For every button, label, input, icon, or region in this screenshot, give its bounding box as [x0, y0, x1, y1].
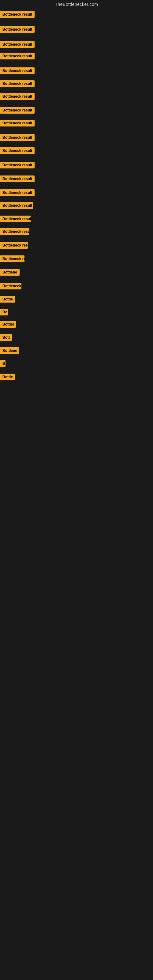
badge-label-17: Bottleneck result — [0, 228, 29, 235]
badge-label-25: Bott — [0, 334, 12, 341]
bottleneck-badge-2[interactable]: Bottleneck result — [0, 26, 35, 34]
bottleneck-badge-10[interactable]: Bottleneck result — [0, 134, 35, 142]
badge-label-15: Bottleneck result — [0, 202, 33, 209]
badge-label-21: Bottleneck — [0, 283, 21, 290]
bottleneck-badge-24[interactable]: Bottler — [0, 321, 16, 329]
badge-label-1: Bottleneck result — [0, 11, 35, 18]
badge-label-8: Bottleneck result — [0, 107, 35, 114]
bottleneck-badge-21[interactable]: Bottleneck — [0, 283, 21, 291]
badge-label-11: Bottleneck result — [0, 147, 35, 154]
badge-label-18: Bottleneck result — [0, 242, 28, 249]
bottleneck-badge-3[interactable]: Bottleneck result — [0, 41, 35, 49]
bottleneck-badge-9[interactable]: Bottleneck result — [0, 120, 35, 128]
badge-label-16: Bottleneck result — [0, 216, 30, 222]
badge-label-14: Bottleneck result — [0, 189, 35, 196]
badge-label-12: Bottleneck result — [0, 162, 35, 169]
badge-label-27: B — [0, 360, 5, 367]
bottleneck-badge-20[interactable]: Bottlene — [0, 269, 19, 277]
bottleneck-badge-26[interactable]: Bottlene — [0, 347, 19, 355]
bottleneck-badge-12[interactable]: Bottleneck result — [0, 162, 35, 170]
bottleneck-badge-19[interactable]: Bottleneck re — [0, 255, 24, 263]
badge-label-22: Bottle — [0, 296, 15, 302]
bottleneck-badge-28[interactable]: Bottle — [0, 374, 15, 382]
bottleneck-badge-15[interactable]: Bottleneck result — [0, 202, 33, 210]
badge-label-10: Bottleneck result — [0, 134, 35, 141]
badge-label-13: Bottleneck result — [0, 175, 35, 182]
bottleneck-badge-11[interactable]: Bottleneck result — [0, 147, 35, 155]
bottleneck-badge-13[interactable]: Bottleneck result — [0, 175, 35, 183]
badge-label-9: Bottleneck result — [0, 120, 35, 126]
bottleneck-badge-14[interactable]: Bottleneck result — [0, 189, 35, 197]
site-title: TheBottlenecker.com — [0, 0, 153, 9]
bottleneck-badge-1[interactable]: Bottleneck result — [0, 11, 35, 19]
bottleneck-badge-16[interactable]: Bottleneck result — [0, 216, 30, 224]
badge-label-23: Bo — [0, 309, 8, 315]
bottleneck-badge-27[interactable]: B — [0, 360, 5, 368]
bottleneck-badge-4[interactable]: Bottleneck result — [0, 52, 35, 60]
badge-label-7: Bottleneck result — [0, 93, 35, 100]
badge-label-4: Bottleneck result — [0, 52, 35, 59]
bottleneck-badge-8[interactable]: Bottleneck result — [0, 107, 35, 115]
bottleneck-badge-22[interactable]: Bottle — [0, 296, 15, 304]
bottleneck-badge-7[interactable]: Bottleneck result — [0, 93, 35, 101]
badge-label-2: Bottleneck result — [0, 26, 35, 33]
badge-label-28: Bottle — [0, 374, 15, 380]
badge-label-24: Bottler — [0, 321, 16, 328]
badge-label-20: Bottlene — [0, 269, 19, 275]
bottleneck-badge-23[interactable]: Bo — [0, 309, 8, 317]
bottleneck-badge-5[interactable]: Bottleneck result — [0, 67, 35, 75]
bottleneck-badge-17[interactable]: Bottleneck result — [0, 228, 29, 236]
badge-label-26: Bottlene — [0, 347, 19, 354]
bottleneck-badge-6[interactable]: Bottleneck result — [0, 80, 35, 88]
bottleneck-badge-25[interactable]: Bott — [0, 334, 12, 342]
badge-label-6: Bottleneck result — [0, 80, 35, 87]
badge-label-5: Bottleneck result — [0, 67, 35, 74]
badge-label-19: Bottleneck re — [0, 255, 24, 262]
bottleneck-badge-18[interactable]: Bottleneck result — [0, 242, 28, 250]
badge-label-3: Bottleneck result — [0, 41, 35, 48]
